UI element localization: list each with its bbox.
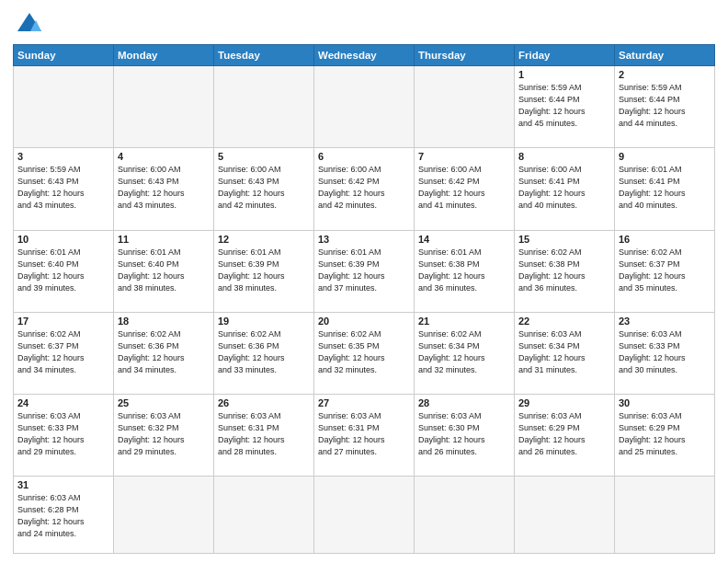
calendar-cell: 13Sunrise: 6:01 AM Sunset: 6:39 PM Dayli… xyxy=(314,230,415,312)
calendar-cell xyxy=(14,66,114,148)
day-number: 5 xyxy=(218,151,310,162)
col-monday: Monday xyxy=(114,45,214,66)
day-info: Sunrise: 5:59 AM Sunset: 6:44 PM Dayligh… xyxy=(518,82,610,130)
logo-icon xyxy=(16,11,43,39)
day-info: Sunrise: 6:02 AM Sunset: 6:35 PM Dayligh… xyxy=(318,328,410,376)
day-number: 8 xyxy=(518,151,610,162)
day-info: Sunrise: 6:00 AM Sunset: 6:43 PM Dayligh… xyxy=(118,164,210,212)
day-number: 22 xyxy=(518,316,610,327)
day-info: Sunrise: 6:03 AM Sunset: 6:34 PM Dayligh… xyxy=(518,328,610,376)
day-info: Sunrise: 6:03 AM Sunset: 6:33 PM Dayligh… xyxy=(619,328,711,376)
calendar-cell xyxy=(515,477,615,554)
day-number: 10 xyxy=(17,234,109,245)
day-number: 26 xyxy=(218,397,310,408)
calendar-cell: 29Sunrise: 6:03 AM Sunset: 6:29 PM Dayli… xyxy=(515,395,615,477)
calendar-cell: 23Sunrise: 6:03 AM Sunset: 6:33 PM Dayli… xyxy=(615,312,715,394)
day-number: 9 xyxy=(619,151,711,162)
day-number: 25 xyxy=(118,397,210,408)
logo xyxy=(13,11,43,39)
calendar-cell: 3Sunrise: 5:59 AM Sunset: 6:43 PM Daylig… xyxy=(14,148,114,230)
day-number: 13 xyxy=(318,234,410,245)
calendar-cell: 19Sunrise: 6:02 AM Sunset: 6:36 PM Dayli… xyxy=(214,312,314,394)
day-number: 18 xyxy=(118,316,210,327)
calendar-cell: 22Sunrise: 6:03 AM Sunset: 6:34 PM Dayli… xyxy=(515,312,615,394)
day-info: Sunrise: 6:03 AM Sunset: 6:31 PM Dayligh… xyxy=(218,410,310,458)
calendar-cell xyxy=(415,66,515,148)
day-number: 19 xyxy=(218,316,310,327)
day-number: 1 xyxy=(518,69,610,80)
day-number: 21 xyxy=(418,316,510,327)
calendar-cell: 1Sunrise: 5:59 AM Sunset: 6:44 PM Daylig… xyxy=(515,66,615,148)
calendar-week-row: 1Sunrise: 5:59 AM Sunset: 6:44 PM Daylig… xyxy=(14,66,715,148)
day-info: Sunrise: 6:03 AM Sunset: 6:29 PM Dayligh… xyxy=(518,410,610,458)
day-info: Sunrise: 6:01 AM Sunset: 6:40 PM Dayligh… xyxy=(118,247,210,294)
day-number: 20 xyxy=(318,316,410,327)
calendar-header-row: Sunday Monday Tuesday Wednesday Thursday… xyxy=(14,45,715,66)
day-info: Sunrise: 6:03 AM Sunset: 6:31 PM Dayligh… xyxy=(318,410,410,458)
day-number: 31 xyxy=(17,479,109,490)
day-number: 11 xyxy=(118,234,210,245)
day-number: 27 xyxy=(318,397,410,408)
calendar-cell: 11Sunrise: 6:01 AM Sunset: 6:40 PM Dayli… xyxy=(114,230,214,312)
day-number: 14 xyxy=(418,234,510,245)
day-info: Sunrise: 5:59 AM Sunset: 6:43 PM Dayligh… xyxy=(17,164,109,212)
calendar-cell: 26Sunrise: 6:03 AM Sunset: 6:31 PM Dayli… xyxy=(214,395,314,477)
day-info: Sunrise: 6:02 AM Sunset: 6:36 PM Dayligh… xyxy=(218,328,310,376)
calendar-cell: 4Sunrise: 6:00 AM Sunset: 6:43 PM Daylig… xyxy=(114,148,214,230)
day-info: Sunrise: 6:00 AM Sunset: 6:42 PM Dayligh… xyxy=(418,164,510,212)
day-number: 29 xyxy=(518,397,610,408)
calendar-cell xyxy=(214,477,314,554)
day-info: Sunrise: 6:02 AM Sunset: 6:37 PM Dayligh… xyxy=(17,328,109,376)
calendar-cell: 31Sunrise: 6:03 AM Sunset: 6:28 PM Dayli… xyxy=(14,477,114,554)
day-number: 6 xyxy=(318,151,410,162)
col-tuesday: Tuesday xyxy=(214,45,314,66)
calendar-week-row: 10Sunrise: 6:01 AM Sunset: 6:40 PM Dayli… xyxy=(14,230,715,312)
calendar-cell: 20Sunrise: 6:02 AM Sunset: 6:35 PM Dayli… xyxy=(314,312,415,394)
calendar-cell: 24Sunrise: 6:03 AM Sunset: 6:33 PM Dayli… xyxy=(14,395,114,477)
calendar-cell xyxy=(615,477,715,554)
day-info: Sunrise: 6:02 AM Sunset: 6:36 PM Dayligh… xyxy=(118,328,210,376)
day-number: 3 xyxy=(17,151,109,162)
day-number: 4 xyxy=(118,151,210,162)
day-info: Sunrise: 6:03 AM Sunset: 6:29 PM Dayligh… xyxy=(619,410,711,458)
calendar-cell xyxy=(415,477,515,554)
calendar-cell: 25Sunrise: 6:03 AM Sunset: 6:32 PM Dayli… xyxy=(114,395,214,477)
calendar-cell: 7Sunrise: 6:00 AM Sunset: 6:42 PM Daylig… xyxy=(415,148,515,230)
calendar-cell: 2Sunrise: 5:59 AM Sunset: 6:44 PM Daylig… xyxy=(615,66,715,148)
calendar-cell: 18Sunrise: 6:02 AM Sunset: 6:36 PM Dayli… xyxy=(114,312,214,394)
calendar-cell: 17Sunrise: 6:02 AM Sunset: 6:37 PM Dayli… xyxy=(14,312,114,394)
calendar-cell: 8Sunrise: 6:00 AM Sunset: 6:41 PM Daylig… xyxy=(515,148,615,230)
col-friday: Friday xyxy=(515,45,615,66)
col-saturday: Saturday xyxy=(615,45,715,66)
col-thursday: Thursday xyxy=(415,45,515,66)
day-info: Sunrise: 6:00 AM Sunset: 6:43 PM Dayligh… xyxy=(218,164,310,212)
col-wednesday: Wednesday xyxy=(314,45,415,66)
day-info: Sunrise: 5:59 AM Sunset: 6:44 PM Dayligh… xyxy=(619,82,711,130)
day-info: Sunrise: 6:01 AM Sunset: 6:38 PM Dayligh… xyxy=(418,247,510,294)
calendar-cell xyxy=(114,477,214,554)
day-info: Sunrise: 6:00 AM Sunset: 6:42 PM Dayligh… xyxy=(318,164,410,212)
day-info: Sunrise: 6:01 AM Sunset: 6:39 PM Dayligh… xyxy=(218,247,310,294)
calendar-cell: 16Sunrise: 6:02 AM Sunset: 6:37 PM Dayli… xyxy=(615,230,715,312)
calendar-cell: 12Sunrise: 6:01 AM Sunset: 6:39 PM Dayli… xyxy=(214,230,314,312)
calendar-cell xyxy=(114,66,214,148)
day-info: Sunrise: 6:03 AM Sunset: 6:28 PM Dayligh… xyxy=(17,492,109,540)
calendar-cell xyxy=(314,477,415,554)
day-number: 24 xyxy=(17,397,109,408)
day-info: Sunrise: 6:01 AM Sunset: 6:40 PM Dayligh… xyxy=(17,247,109,294)
day-number: 12 xyxy=(218,234,310,245)
calendar-cell: 5Sunrise: 6:00 AM Sunset: 6:43 PM Daylig… xyxy=(214,148,314,230)
calendar-cell: 30Sunrise: 6:03 AM Sunset: 6:29 PM Dayli… xyxy=(615,395,715,477)
calendar-cell: 9Sunrise: 6:01 AM Sunset: 6:41 PM Daylig… xyxy=(615,148,715,230)
day-number: 15 xyxy=(518,234,610,245)
calendar-week-row: 17Sunrise: 6:02 AM Sunset: 6:37 PM Dayli… xyxy=(14,312,715,394)
calendar-cell: 6Sunrise: 6:00 AM Sunset: 6:42 PM Daylig… xyxy=(314,148,415,230)
calendar-page: Sunday Monday Tuesday Wednesday Thursday… xyxy=(0,0,728,563)
day-number: 28 xyxy=(418,397,510,408)
day-number: 7 xyxy=(418,151,510,162)
calendar-week-row: 31Sunrise: 6:03 AM Sunset: 6:28 PM Dayli… xyxy=(14,477,715,554)
calendar-week-row: 24Sunrise: 6:03 AM Sunset: 6:33 PM Dayli… xyxy=(14,395,715,477)
day-info: Sunrise: 6:03 AM Sunset: 6:30 PM Dayligh… xyxy=(418,410,510,458)
calendar-cell: 21Sunrise: 6:02 AM Sunset: 6:34 PM Dayli… xyxy=(415,312,515,394)
day-info: Sunrise: 6:02 AM Sunset: 6:34 PM Dayligh… xyxy=(418,328,510,376)
